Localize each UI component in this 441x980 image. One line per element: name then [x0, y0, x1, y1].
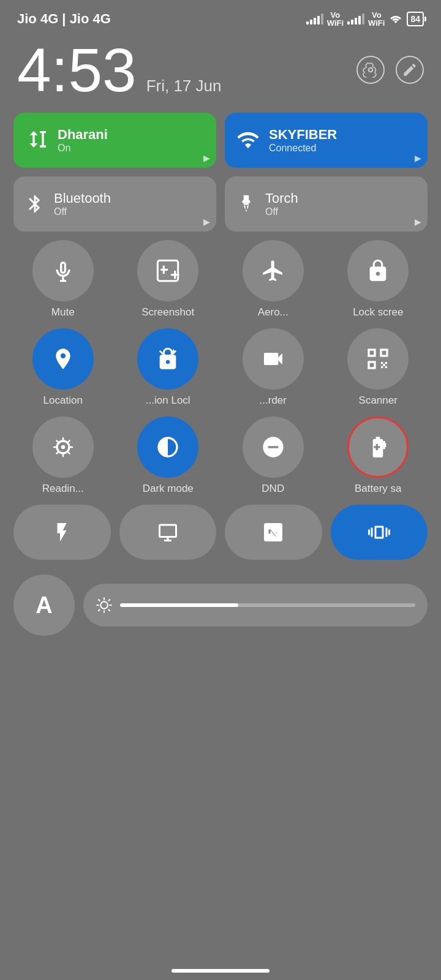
lock-screen-circle — [347, 240, 409, 301]
pc-connect-tile[interactable] — [119, 505, 217, 560]
mobile-data-icon — [24, 128, 49, 153]
lock-screen-label: Lock scree — [353, 306, 403, 318]
icon-grid-row2: Location ...ion Locl ...rder — [13, 328, 428, 407]
dark-mode-circle — [137, 417, 198, 478]
clock-section: 4:53 Fri, 17 Jun — [0, 33, 441, 113]
mobile-data-tile[interactable]: Dharani On ▶ — [13, 113, 216, 168]
battery-saver-item[interactable]: Battery sa — [329, 417, 428, 495]
wifi-tile-icon — [236, 128, 260, 153]
vowifi-1: Vo WiFi — [327, 11, 344, 27]
dnd-circle — [243, 417, 304, 478]
lock-rotation-label: ...ion Locl — [146, 394, 190, 407]
svg-point-6 — [61, 445, 65, 450]
signal-icon-2 — [347, 13, 364, 24]
screenshot-item[interactable]: Screenshot — [119, 240, 218, 318]
lock-rotation-circle — [137, 328, 198, 390]
lock-rotation-item[interactable]: ...ion Locl — [119, 328, 218, 407]
mobile-data-text: Dharani On — [58, 127, 108, 154]
wifi-tile[interactable]: SKYFIBER Connected ▶ — [225, 113, 428, 168]
aeroplane-item[interactable]: Aero... — [224, 240, 323, 318]
reading-mode-label: Readin... — [42, 483, 84, 495]
nfc-tile[interactable] — [225, 505, 322, 560]
font-label: A — [36, 592, 52, 619]
icon-grid-row1: Mute Screenshot Aero... — [13, 240, 428, 318]
battery-level: 84 — [410, 14, 420, 24]
settings-icon — [363, 62, 379, 78]
bottom-controls: A — [13, 568, 428, 648]
dark-mode-label: Dark mode — [143, 483, 194, 495]
screenshot-circle — [137, 240, 198, 301]
svg-rect-4 — [369, 362, 375, 368]
brightness-slider[interactable] — [83, 584, 428, 627]
font-size-button[interactable]: A — [13, 575, 75, 636]
mute-item[interactable]: Mute — [13, 240, 113, 318]
wifi-tile-text: SKYFIBER Connected — [269, 127, 337, 154]
nfc-icon — [262, 521, 284, 543]
wifi-status-icon — [388, 13, 403, 24]
torch-name: Torch — [265, 190, 298, 206]
screenshot-label: Screenshot — [141, 306, 194, 318]
torch-sub: Off — [265, 206, 298, 217]
dnd-item[interactable]: DND — [224, 417, 323, 495]
svg-rect-2 — [369, 350, 375, 356]
home-indicator — [172, 969, 270, 973]
screen-recorder-label: ...rder — [260, 394, 287, 407]
battery-saver-label: Battery sa — [355, 483, 402, 495]
scanner-item[interactable]: Scanner — [329, 328, 428, 407]
icon-grid-row3: Readin... Dark mode DND — [13, 417, 428, 495]
brightness-fill — [120, 603, 238, 607]
screen-recorder-circle — [243, 328, 304, 390]
location-circle — [32, 328, 94, 390]
edit-icon — [402, 62, 418, 78]
svg-rect-3 — [381, 350, 387, 356]
settings-icon-button[interactable] — [356, 56, 385, 84]
dnd-label: DND — [262, 483, 284, 495]
edit-icon-button[interactable] — [396, 56, 424, 84]
mute-label: Mute — [51, 306, 75, 318]
screen-recorder-item[interactable]: ...rder — [224, 328, 323, 407]
reading-mode-item[interactable]: Readin... — [13, 417, 113, 495]
torch-arrow: ▶ — [415, 217, 421, 227]
battery-saver-circle — [347, 417, 409, 478]
bottom-tiles-row — [13, 505, 428, 560]
bluetooth-arrow: ▶ — [203, 217, 210, 227]
torch-tile[interactable]: Torch Off ▶ — [225, 176, 428, 232]
svg-rect-0 — [244, 203, 249, 205]
brightness-icon — [96, 597, 113, 614]
bluetooth-name: Bluetooth — [54, 190, 111, 206]
wifi-tile-name: SKYFIBER — [269, 127, 337, 143]
lock-screen-item[interactable]: Lock scree — [329, 240, 428, 318]
signal-icon-1 — [306, 13, 323, 24]
mute-circle — [32, 240, 94, 301]
mobile-data-name: Dharani — [58, 127, 108, 143]
vibrate-tile[interactable] — [331, 505, 428, 560]
medium-tiles-row: Bluetooth Off ▶ Torch Off ▶ — [13, 176, 428, 232]
tiles-container: Dharani On ▶ SKYFIBER Connected ▶ — [0, 113, 441, 648]
scanner-label: Scanner — [359, 394, 398, 407]
battery-icon: 84 — [407, 12, 424, 26]
pc-connect-icon — [157, 521, 179, 543]
scanner-circle — [347, 328, 409, 390]
clock-action-icons — [356, 56, 424, 84]
location-item[interactable]: Location — [13, 328, 113, 407]
mobile-data-arrow: ▶ — [203, 153, 210, 163]
vowifi-2: Vo WiFi — [368, 11, 385, 27]
dark-mode-item[interactable]: Dark mode — [119, 417, 218, 495]
reading-mode-circle — [32, 417, 94, 478]
status-icons: Vo WiFi Vo WiFi 84 — [306, 11, 424, 27]
bluetooth-text: Bluetooth Off — [54, 190, 111, 217]
bluetooth-sub: Off — [54, 206, 111, 217]
torch-text: Torch Off — [265, 190, 298, 217]
vibrate-icon — [368, 521, 390, 543]
clock-time: 4:53 — [17, 39, 137, 100]
aeroplane-label: Aero... — [258, 306, 288, 318]
location-label: Location — [43, 394, 83, 407]
carrier-text: Jio 4G | Jio 4G — [17, 11, 111, 27]
aeroplane-circle — [243, 240, 304, 301]
bluetooth-icon — [24, 194, 45, 214]
mobile-data-sub: On — [58, 143, 108, 154]
quick-charge-tile[interactable] — [13, 505, 111, 560]
brightness-track — [120, 603, 415, 607]
clock-date: Fri, 17 Jun — [146, 77, 222, 96]
bluetooth-tile[interactable]: Bluetooth Off ▶ — [13, 176, 216, 232]
